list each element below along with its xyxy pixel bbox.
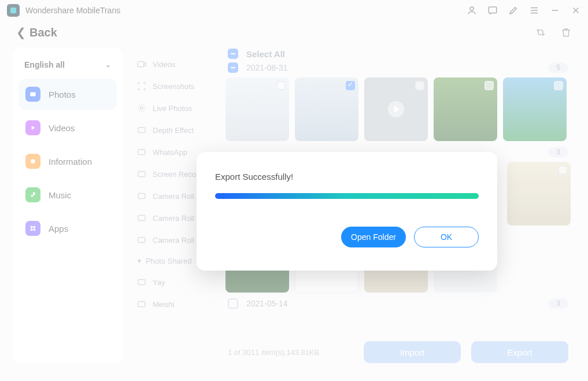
- progress-bar: [215, 193, 479, 199]
- open-folder-button[interactable]: Open Folder: [341, 227, 406, 247]
- export-success-modal: Export Successfully! Open Folder OK: [197, 152, 497, 271]
- modal-buttons: Open Folder OK: [215, 227, 479, 247]
- ok-button[interactable]: OK: [414, 227, 479, 247]
- modal-title: Export Successfully!: [215, 172, 479, 182]
